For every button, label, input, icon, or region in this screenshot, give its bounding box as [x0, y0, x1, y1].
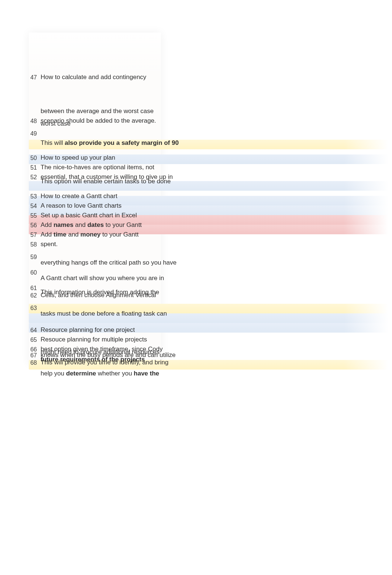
line-text: A reason to love Gantt charts: [39, 202, 121, 210]
text-row: 62Cells, and then choose Alignment Verti…: [29, 291, 383, 301]
line-number: 47: [29, 73, 39, 82]
line-text: help you determine whether you have the: [39, 370, 159, 378]
line-number: 56: [29, 221, 39, 229]
text-row: 56Add names and dates to your Gantt: [29, 221, 383, 231]
line-number: [29, 139, 39, 139]
line-text: This will provide you time to identify, …: [39, 358, 168, 367]
line-number: [29, 288, 39, 289]
line-text: How to calculate and add contingency: [39, 73, 146, 82]
line-number: [29, 120, 39, 120]
line-text: Add names and dates to your Gantt: [39, 221, 142, 229]
line-number: [29, 370, 39, 370]
text-row: tasks must be done before a floating tas…: [29, 310, 383, 319]
line-text: How to speed up your plan: [39, 154, 115, 162]
line-text: between the average and the worst case: [39, 107, 154, 116]
text-row: 50How to speed up your plan: [29, 154, 383, 163]
text-row: 55Set up a basic Gantt chart in Excel: [29, 211, 383, 221]
line-text: This option will enable certain tasks to…: [39, 177, 171, 186]
line-text: everything hangs off the critical path s…: [39, 259, 176, 267]
line-text: The nice-to-haves are optional items, no…: [39, 163, 154, 172]
spacer: [29, 149, 383, 154]
line-text: Resource planning for one project: [39, 326, 135, 334]
line-number: 64: [29, 326, 39, 334]
line-number: [29, 107, 39, 108]
text-row: 65Resouce planning for multiple projects: [29, 336, 383, 345]
line-number: [29, 355, 39, 356]
line-text: This will also provide you a safety marg…: [39, 139, 179, 147]
line-number: 62: [29, 291, 39, 300]
line-number: 55: [29, 211, 39, 220]
page: 47How to calculate and add contingencybe…: [0, 0, 392, 575]
line-number: 57: [29, 231, 39, 239]
text-row: 68This will provide you time to identify…: [29, 358, 383, 368]
text-row: help you determine whether you have the: [29, 370, 383, 379]
line-text: spent.: [39, 240, 58, 249]
line-number: 68: [29, 358, 39, 367]
line-number: 58: [29, 240, 39, 249]
text-row: 57Add time and money to your Gantt: [29, 231, 383, 240]
text-row: 54A reason to love Gantt charts: [29, 202, 383, 211]
line-number: 51: [29, 163, 39, 172]
spacer: [29, 319, 383, 324]
line-text: Cells, and then choose Alignment Vertica…: [39, 291, 156, 300]
line-text: Add time and money to your Gantt: [39, 231, 139, 239]
line-text: worst case: [39, 120, 71, 128]
line-text: A Gantt chart will show you where you ar…: [39, 274, 164, 283]
text-row: 64Resource planning for one project: [29, 326, 383, 336]
line-number: 53: [29, 192, 39, 201]
line-number: [29, 310, 39, 310]
content-rows: 47How to calculate and add contingencybe…: [29, 73, 383, 379]
spacer: [29, 83, 383, 107]
line-number: [29, 274, 39, 275]
text-row: 53How to create a Gantt chart: [29, 192, 383, 202]
line-number: [29, 177, 39, 178]
line-number: [29, 259, 39, 259]
text-row: 47How to calculate and add contingency: [29, 73, 383, 83]
line-text: tasks must be done before a floating tas…: [39, 310, 167, 318]
text-row: worst case: [29, 120, 383, 129]
text-row: This will also provide you a safety marg…: [29, 139, 383, 149]
text-row: 51The nice-to-haves are optional items, …: [29, 163, 383, 173]
text-row: between the average and the worst case: [29, 107, 383, 117]
line-number: [29, 348, 39, 348]
text-row: 49: [29, 129, 383, 139]
spacer: [29, 250, 383, 253]
text-row: everything hangs off the critical path s…: [29, 259, 383, 268]
line-text: Resouce planning for multiple projects: [39, 336, 147, 344]
text-row: 58spent.: [29, 240, 383, 250]
line-number: 54: [29, 202, 39, 210]
line-number: 49: [29, 129, 39, 138]
line-number: 65: [29, 336, 39, 344]
text-row: This option will enable certain tasks to…: [29, 177, 383, 187]
line-number: 50: [29, 154, 39, 162]
line-text: Set up a basic Gantt chart in Excel: [39, 211, 137, 220]
line-text: How to create a Gantt chart: [39, 192, 117, 201]
text-row: A Gantt chart will show you where you ar…: [29, 274, 383, 284]
spacer: [29, 187, 383, 192]
spacer: [29, 301, 383, 304]
